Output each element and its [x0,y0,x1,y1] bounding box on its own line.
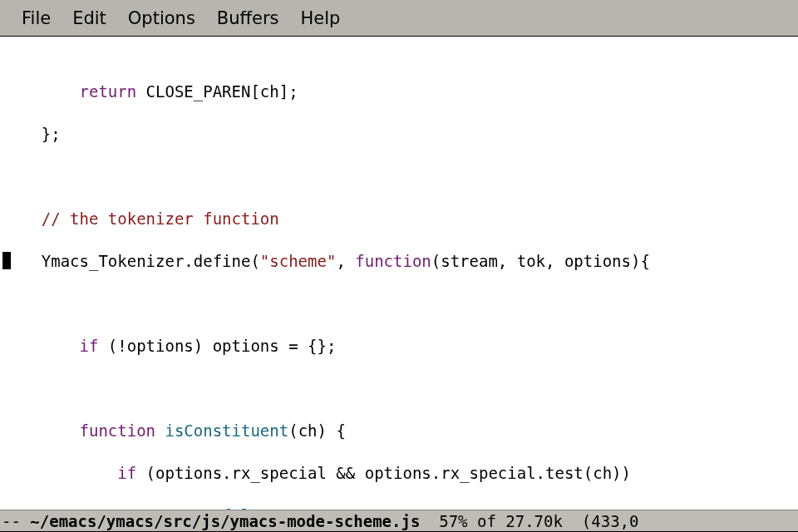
code-line: function isConstituent(ch) { [3,421,798,442]
menubar: File Edit Options Buffers Help [0,0,798,37]
modeline-prefix: -- [2,512,30,530]
menu-help[interactable]: Help [301,8,341,28]
code-line: }; [3,124,798,145]
point-cursor [2,252,11,269]
code-line [3,378,798,400]
code-line: if (!options) options = {}; [3,336,798,357]
modeline-path: ~/emacs/ymacs/src/js/ymacs-mode-scheme.j… [30,512,420,530]
code-line: Ymacs_Tokenizer.define("scheme", functio… [3,251,798,273]
code-line [3,293,798,315]
code-line: // the tokenizer function [3,209,798,230]
modeline-position-pct: 57% of 27.70k [439,512,563,530]
editor-area[interactable]: return CLOSE_PAREN[ch]; }; // the tokeni… [0,37,798,510]
mode-line: -- ~/emacs/ymacs/src/js/ymacs-mode-schem… [0,510,798,532]
modeline-line-col: (433,0 [582,512,639,530]
menu-file[interactable]: File [22,8,51,28]
code-line: return CLOSE_PAREN[ch]; [3,81,798,103]
code-line [3,166,798,188]
menu-edit[interactable]: Edit [72,8,106,28]
menu-buffers[interactable]: Buffers [217,8,279,28]
menu-options[interactable]: Options [128,8,195,28]
code-line: if (options.rx_special && options.rx_spe… [3,463,798,485]
